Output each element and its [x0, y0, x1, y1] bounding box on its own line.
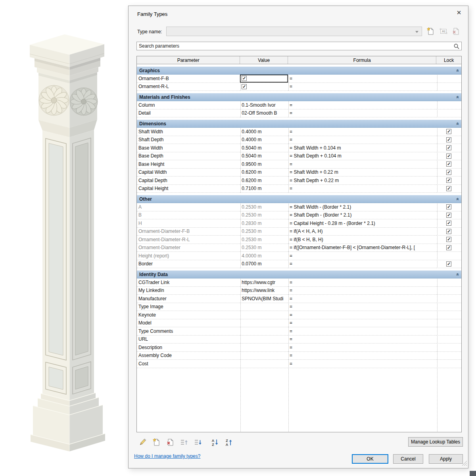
parameter-cell[interactable]: Manufacturer	[137, 295, 240, 303]
value-cell[interactable]: 0.2830 m	[240, 219, 288, 228]
lock-cell[interactable]: ✓	[436, 152, 461, 161]
value-cell[interactable]: https://www.link	[240, 287, 288, 295]
help-link[interactable]: How do I manage family types?	[134, 453, 200, 459]
lock-cell[interactable]	[436, 344, 461, 352]
formula-cell[interactable]: =	[288, 83, 436, 91]
lock-cell[interactable]	[436, 109, 461, 118]
collapse-chevron-icon[interactable]: »	[455, 96, 461, 98]
checkbox[interactable]: ✓	[446, 145, 451, 150]
value-cell[interactable]: SPNOVA(BIM Studi	[240, 295, 288, 303]
lock-cell[interactable]: ✓	[436, 244, 461, 252]
search-icon[interactable]	[453, 43, 460, 51]
cancel-button[interactable]: Cancel	[393, 454, 423, 464]
checkbox[interactable]: ✓	[446, 186, 451, 191]
value-cell[interactable]: https://www.cgtr	[240, 278, 288, 287]
parameter-cell[interactable]: H	[137, 219, 240, 228]
formula-cell[interactable]: =	[288, 128, 436, 136]
value-cell[interactable]	[240, 319, 288, 328]
checkbox[interactable]: ✓	[446, 204, 451, 209]
value-cell[interactable]: 0.5040 m	[240, 152, 288, 161]
parameter-cell[interactable]: Shaft Depth	[137, 136, 240, 144]
formula-cell[interactable]: = Shaft Depth + 0.104 m	[288, 152, 436, 161]
formula-cell[interactable]: =	[288, 260, 436, 269]
value-cell[interactable]: 0.4000 m	[240, 136, 288, 144]
value-cell[interactable]	[240, 327, 288, 336]
section-header[interactable]: Identity Data»	[137, 271, 461, 278]
delete-parameter-icon[interactable]	[165, 437, 175, 447]
value-cell[interactable]: 0.2530 m	[240, 244, 288, 252]
parameter-cell[interactable]: Ornament-Diameter	[137, 244, 240, 252]
parameter-cell[interactable]: Description	[137, 344, 240, 352]
checkbox[interactable]: ✓	[446, 229, 451, 234]
formula-cell[interactable]: =	[288, 160, 436, 169]
search-input[interactable]: Search parameters	[136, 42, 462, 50]
value-cell[interactable]: ✓	[240, 83, 288, 91]
edit-parameter-icon[interactable]	[137, 437, 148, 447]
parameter-cell[interactable]: Model	[137, 319, 240, 328]
checkbox[interactable]: ✓	[446, 261, 451, 267]
formula-cell[interactable]: =	[288, 278, 436, 287]
checkbox[interactable]: ✓	[446, 245, 451, 250]
checkbox[interactable]: ✓	[446, 170, 451, 175]
formula-cell[interactable]: =	[288, 101, 436, 109]
checkbox[interactable]: ✓	[446, 237, 451, 242]
lock-cell[interactable]	[436, 287, 461, 295]
value-cell[interactable]	[240, 311, 288, 319]
checkbox[interactable]: ✓	[242, 84, 247, 89]
formula-cell[interactable]: =	[288, 295, 436, 303]
formula-cell[interactable]: =	[288, 319, 436, 328]
value-cell[interactable]: 0.4000 m	[240, 128, 288, 136]
lock-cell[interactable]	[436, 252, 461, 260]
value-cell[interactable]: 0.7100 m	[240, 185, 288, 193]
formula-cell[interactable]: = if(B < H, B, H)	[288, 236, 436, 244]
value-cell[interactable]: 0.6200 m	[240, 169, 288, 177]
formula-cell[interactable]: =	[288, 360, 436, 368]
parameter-cell[interactable]: Base Height	[137, 160, 240, 169]
value-cell[interactable]	[240, 360, 288, 368]
value-cell[interactable]: ✓	[240, 75, 288, 83]
formula-cell[interactable]: =	[288, 287, 436, 295]
lock-cell[interactable]	[436, 352, 461, 360]
formula-cell[interactable]: = Shaft Width + 0.104 m	[288, 144, 436, 152]
formula-cell[interactable]: = if(A < H, A, H)	[288, 228, 436, 236]
value-cell[interactable]: 0.5040 m	[240, 144, 288, 152]
resize-grip[interactable]	[462, 461, 467, 467]
lock-cell[interactable]: ✓	[436, 128, 461, 136]
value-cell[interactable]: 0.0700 m	[240, 260, 288, 269]
lock-cell[interactable]: ✓	[436, 144, 461, 152]
close-icon[interactable]: ✕	[450, 6, 468, 19]
title-bar[interactable]: Family Types ✕	[129, 6, 468, 22]
parameter-cell[interactable]: Assembly Code	[137, 352, 240, 360]
value-cell[interactable]	[240, 303, 288, 311]
formula-cell[interactable]: =	[288, 344, 436, 352]
lock-cell[interactable]: ✓	[436, 236, 461, 244]
lock-cell[interactable]	[436, 101, 461, 109]
chevron-down-icon[interactable]	[415, 31, 418, 33]
parameter-cell[interactable]: Type Image	[137, 303, 240, 311]
lock-cell[interactable]	[436, 303, 461, 311]
checkbox[interactable]: ✓	[446, 213, 451, 218]
section-header[interactable]: Other»	[137, 195, 461, 203]
ok-button[interactable]: OK	[352, 454, 388, 464]
new-type-icon[interactable]	[425, 26, 436, 36]
parameter-cell[interactable]: Capital Depth	[137, 177, 240, 185]
formula-cell[interactable]: =	[288, 352, 436, 360]
parameter-cell[interactable]: A	[137, 203, 240, 211]
lock-cell[interactable]: ✓	[436, 228, 461, 236]
parameter-cell[interactable]: Keynote	[137, 311, 240, 319]
formula-cell[interactable]: = Capital Height - 0.28 m - (Border * 2.…	[288, 219, 436, 228]
parameter-cell[interactable]: B	[137, 211, 240, 220]
checkbox[interactable]: ✓	[446, 154, 451, 159]
parameter-cell[interactable]: Ornament-Diameter-R-L	[137, 236, 240, 244]
formula-cell[interactable]: =	[288, 252, 436, 260]
value-cell[interactable]: 4.0000 m	[240, 252, 288, 260]
checkbox[interactable]: ✓	[446, 129, 451, 134]
section-header[interactable]: Dimensions»	[137, 120, 461, 128]
lock-cell[interactable]: ✓	[436, 260, 461, 269]
value-cell[interactable]: 0.9500 m	[240, 160, 288, 169]
formula-cell[interactable]: = if([Ornament-Diameter-F-B] < [Ornament…	[288, 244, 436, 252]
parameter-cell[interactable]: Cost	[137, 360, 240, 368]
value-cell[interactable]: 0.2530 m	[240, 203, 288, 211]
lock-cell[interactable]: ✓	[436, 203, 461, 211]
collapse-chevron-icon[interactable]: »	[455, 122, 461, 125]
